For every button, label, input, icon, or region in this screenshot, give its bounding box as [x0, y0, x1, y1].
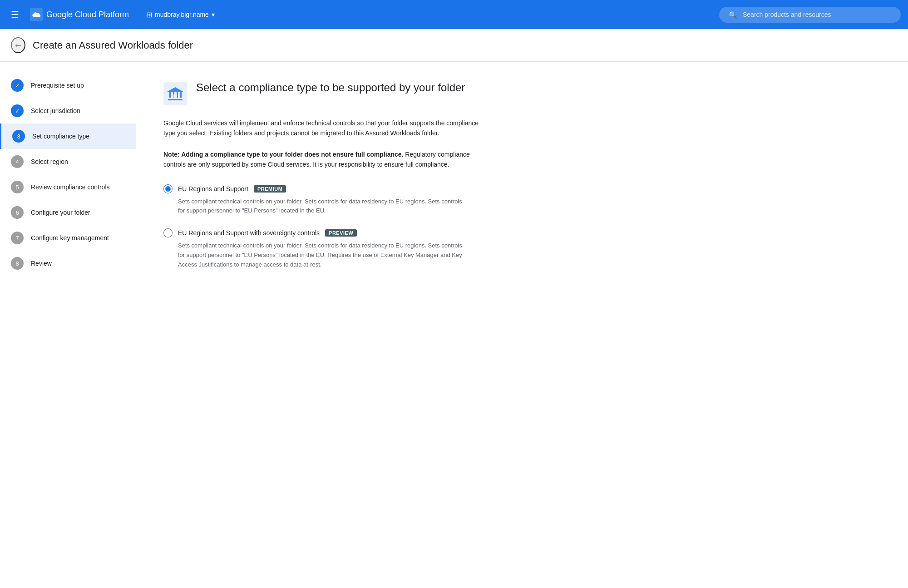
step-number-5: 5	[11, 181, 24, 193]
project-grid-icon: ⊞	[146, 10, 152, 19]
step-number-7: 7	[11, 232, 24, 244]
radio-description-1: Sets compliant technical controls on you…	[163, 197, 463, 216]
page-title: Create an Assured Workloads folder	[33, 40, 193, 51]
radio-input-2[interactable]	[163, 228, 173, 237]
sidebar-step-3[interactable]: 3Set compliance type	[0, 124, 136, 149]
step-label-6: Configure your folder	[31, 209, 90, 216]
sidebar-step-4[interactable]: 4Select region	[0, 149, 136, 174]
radio-description-2: Sets compliant technical controls on you…	[163, 241, 463, 269]
step-label-3: Set compliance type	[32, 133, 89, 140]
step-label-7: Configure key management	[31, 234, 109, 242]
sidebar-step-6[interactable]: 6Configure your folder	[0, 200, 136, 225]
sidebar-step-5[interactable]: 5Review compliance controls	[0, 174, 136, 200]
step-label-2: Select jurisdiction	[31, 107, 80, 114]
radio-label-1: EU Regions and Support	[178, 185, 248, 193]
cloud-logo-icon	[30, 8, 43, 21]
note-text: Note: Adding a compliance type to your f…	[163, 149, 481, 170]
page-header: ← Create an Assured Workloads folder	[0, 29, 908, 62]
step-number-6: 6	[11, 206, 24, 219]
project-dropdown-icon: ▾	[212, 11, 215, 18]
logo-text: Google Cloud Platform	[46, 10, 129, 20]
step-label-1: Prerequisite set up	[31, 82, 84, 89]
radio-option-2: EU Regions and Support with sovereignty …	[163, 228, 481, 269]
badge-premium: PREMIUM	[254, 185, 286, 193]
steps-sidebar: ✓Prerequisite set up✓Select jurisdiction…	[0, 62, 136, 588]
svg-rect-1	[163, 82, 187, 105]
radio-input-1[interactable]	[163, 184, 173, 193]
step-number-1: ✓	[11, 79, 24, 92]
search-icon: 🔍	[728, 10, 737, 19]
main-layout: ✓Prerequisite set up✓Select jurisdiction…	[0, 62, 908, 588]
description-text: Google Cloud services will implement and…	[163, 118, 481, 138]
sidebar-step-8[interactable]: 8Review	[0, 251, 136, 276]
sidebar-step-7[interactable]: 7Configure key management	[0, 225, 136, 251]
badge-preview: PREVIEW	[325, 229, 357, 237]
menu-icon[interactable]: ☰	[7, 5, 23, 24]
step-number-8: 8	[11, 257, 24, 270]
step-number-2: ✓	[11, 104, 24, 117]
sidebar-step-1[interactable]: ✓Prerequisite set up	[0, 73, 136, 98]
project-selector[interactable]: ⊞ mudbray.bigr.name ▾	[142, 8, 219, 22]
step-label-4: Select region	[31, 158, 68, 165]
svg-rect-2	[173, 94, 177, 98]
content-area: Select a compliance type to be supported…	[136, 62, 908, 588]
back-button[interactable]: ←	[11, 37, 25, 53]
project-name: mudbray.bigr.name	[155, 11, 209, 18]
compliance-icon	[163, 82, 187, 105]
compliance-options: EU Regions and SupportPREMIUMSets compli…	[163, 184, 881, 270]
content-title: Select a compliance type to be supported…	[196, 80, 465, 95]
content-header: Select a compliance type to be supported…	[163, 80, 881, 105]
radio-option-1: EU Regions and SupportPREMIUMSets compli…	[163, 184, 481, 216]
step-label-8: Review	[31, 260, 52, 267]
sidebar-step-2[interactable]: ✓Select jurisdiction	[0, 98, 136, 124]
search-input[interactable]	[743, 11, 892, 18]
topbar: ☰ Google Cloud Platform ⊞ mudbray.bigr.n…	[0, 0, 908, 29]
step-label-5: Review compliance controls	[31, 183, 110, 191]
step-number-4: 4	[11, 155, 24, 168]
step-number-3: 3	[12, 130, 25, 143]
radio-label-2: EU Regions and Support with sovereignty …	[178, 229, 320, 237]
search-bar[interactable]: 🔍	[719, 7, 901, 23]
topbar-logo: Google Cloud Platform	[30, 8, 129, 21]
